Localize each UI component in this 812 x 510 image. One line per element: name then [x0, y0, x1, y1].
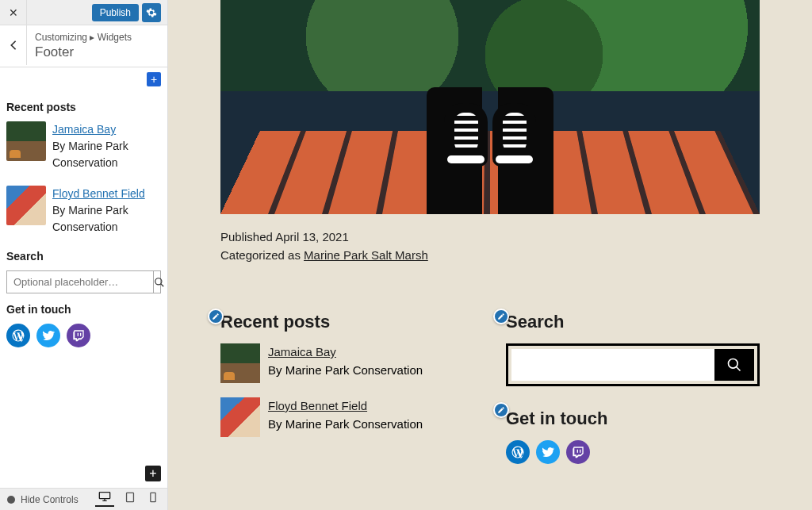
tablet-icon	[125, 492, 135, 503]
search-icon	[154, 277, 165, 288]
twitch-link[interactable]	[566, 440, 590, 464]
close-button[interactable]: ✕	[0, 0, 27, 25]
post-thumbnail	[6, 121, 46, 161]
edit-shortcut-button[interactable]	[493, 309, 509, 324]
svg-point-1	[7, 496, 15, 504]
search-input[interactable]	[7, 271, 153, 293]
edit-shortcut-button[interactable]	[208, 309, 224, 324]
recent-post-item: Floyd Bennet Field By Marine Park Conser…	[6, 186, 161, 236]
post-meta: Published April 13, 2021 Categorized as …	[220, 228, 760, 264]
post-link[interactable]: Jamaica Bay	[268, 345, 336, 359]
social-links	[506, 440, 760, 464]
published-date: Published April 13, 2021	[220, 228, 760, 247]
post-link[interactable]: Floyd Bennet Field	[52, 187, 145, 200]
search-submit-button[interactable]	[714, 349, 754, 381]
wordpress-link[interactable]	[6, 324, 30, 347]
pencil-icon	[212, 313, 220, 320]
mobile-icon	[149, 492, 157, 503]
search-icon	[726, 357, 742, 373]
site-preview: Published April 13, 2021 Categorized as …	[168, 0, 812, 510]
publish-button[interactable]: Publish	[92, 4, 139, 21]
svg-point-5	[729, 359, 738, 369]
settings-button[interactable]	[142, 3, 161, 22]
twitter-icon	[542, 446, 554, 458]
post-thumbnail	[220, 397, 260, 437]
pencil-icon	[497, 406, 505, 414]
add-widget-button[interactable]: +	[145, 466, 161, 481]
top-toolbar: ✕ Publish	[0, 0, 167, 25]
edit-shortcut-button[interactable]	[493, 402, 509, 418]
categorized-label: Categorized as	[220, 248, 304, 262]
twitter-icon	[42, 329, 55, 342]
search-submit-button[interactable]	[153, 271, 165, 293]
twitch-icon	[72, 329, 85, 342]
recent-post-item: Jamaica Bay By Marine Park Conservation	[220, 343, 474, 383]
svg-point-0	[155, 278, 162, 284]
category-link[interactable]: Marine Park Salt Marsh	[304, 248, 428, 262]
post-byline: By Marine Park Conservation	[268, 363, 423, 377]
post-link[interactable]: Floyd Bennet Field	[268, 399, 367, 412]
post-byline: By Marine Park Conservation	[52, 204, 128, 233]
device-preview-toggle	[95, 488, 160, 510]
recent-post-item: Floyd Bennet Field By Marine Park Conser…	[220, 397, 474, 437]
get-in-touch-heading: Get in touch	[6, 303, 161, 316]
widget-title: Get in touch	[506, 408, 760, 429]
post-thumbnail	[220, 343, 260, 383]
search-widget	[6, 270, 161, 293]
twitter-link[interactable]	[36, 324, 60, 347]
chevron-left-icon	[10, 40, 17, 51]
desktop-view-button[interactable]	[95, 491, 114, 507]
customizer-sidebar: ✕ Publish Customizing ▸ Widgets Footer +…	[0, 0, 168, 510]
post-byline: By Marine Park Conservation	[268, 417, 423, 431]
collapse-icon	[6, 495, 16, 504]
svg-rect-3	[127, 493, 134, 501]
twitch-link[interactable]	[67, 324, 90, 347]
recent-posts-widget: Recent posts Jamaica Bay By Marine Park …	[220, 312, 474, 464]
featured-image	[220, 0, 760, 214]
post-link[interactable]: Jamaica Bay	[52, 123, 116, 136]
desktop-icon	[98, 491, 111, 502]
search-input[interactable]	[511, 349, 714, 381]
widget-title: Recent posts	[220, 312, 474, 332]
recent-posts-heading: Recent posts	[6, 101, 161, 113]
wordpress-icon	[511, 445, 525, 459]
social-links	[6, 324, 161, 347]
footer-widgets: Recent posts Jamaica Bay By Marine Park …	[220, 312, 760, 464]
twitch-icon	[572, 446, 584, 458]
search-form	[506, 343, 760, 386]
breadcrumb-path: Customizing ▸ Widgets	[35, 32, 159, 43]
breadcrumb-title: Footer	[35, 44, 159, 60]
search-heading: Search	[6, 250, 161, 263]
pencil-icon	[497, 313, 505, 320]
svg-rect-2	[99, 493, 109, 499]
widget-title: Search	[506, 312, 760, 332]
widget-panel: Recent posts Jamaica Bay By Marine Park …	[0, 91, 167, 459]
svg-rect-4	[151, 493, 155, 501]
hide-controls-button[interactable]: Hide Controls	[6, 494, 79, 505]
wordpress-icon	[11, 328, 25, 343]
recent-post-item: Jamaica Bay By Marine Park Conservation	[6, 121, 161, 171]
mobile-view-button[interactable]	[146, 492, 160, 506]
tablet-view-button[interactable]	[122, 492, 138, 506]
post-byline: By Marine Park Conservation	[52, 140, 128, 169]
gear-icon	[146, 7, 157, 18]
search-and-social-widget: Search Get in touch	[506, 312, 760, 464]
breadcrumb: Customizing ▸ Widgets Footer	[0, 25, 167, 67]
add-block-button[interactable]: +	[147, 72, 161, 86]
wordpress-link[interactable]	[506, 440, 530, 464]
back-button[interactable]	[0, 25, 27, 65]
twitter-link[interactable]	[536, 440, 560, 464]
post-thumbnail	[6, 186, 46, 225]
